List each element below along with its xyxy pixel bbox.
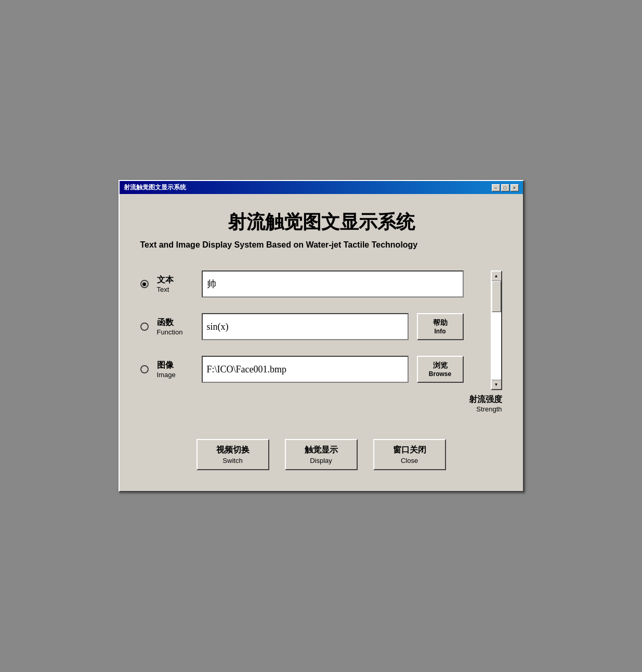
title-bar-buttons: – □ × <box>492 184 519 191</box>
function-label-en: Function <box>157 328 193 336</box>
close-window-button[interactable]: × <box>510 184 519 191</box>
info-button[interactable]: 帮助 Info <box>417 313 464 340</box>
text-row: 文本 Text <box>140 270 464 298</box>
scroll-track <box>492 281 501 380</box>
browse-button[interactable]: 浏览 Browse <box>417 356 464 383</box>
scroll-down-arrow[interactable]: ▼ <box>492 380 501 389</box>
image-input[interactable] <box>202 356 409 383</box>
form-rows: 文本 Text 函数 Function 帮助 Info <box>140 270 464 383</box>
title-bar-text: 射流触觉图文显示系统 <box>124 183 186 192</box>
text-label-cn: 文本 <box>157 275 193 286</box>
bottom-buttons: 视频切换 Switch 触觉显示 Display 窗口关闭 Close <box>140 439 502 470</box>
scrollbar-container: ▲ ▼ 射流强度 Strength <box>469 270 502 413</box>
strength-label-en: Strength <box>469 405 502 413</box>
main-title-chinese: 射流触觉图文显示系统 <box>140 210 502 235</box>
minimize-button[interactable]: – <box>492 184 500 191</box>
image-label-en: Image <box>157 371 193 379</box>
function-label-group: 函数 Function <box>157 317 193 336</box>
image-label-cn: 图像 <box>157 360 193 371</box>
function-input[interactable] <box>202 313 409 340</box>
title-bar: 射流触觉图文显示系统 – □ × <box>120 181 523 194</box>
strength-label-cn: 射流强度 <box>469 394 502 405</box>
main-title-english: Text and Image Display System Based on W… <box>140 240 502 250</box>
close-button[interactable]: 窗口关闭 Close <box>373 439 446 470</box>
text-label-en: Text <box>157 286 193 293</box>
text-radio[interactable] <box>140 280 149 288</box>
strength-label: 射流强度 Strength <box>469 394 502 413</box>
image-row: 图像 Image 浏览 Browse <box>140 356 464 383</box>
image-label-group: 图像 Image <box>157 360 193 379</box>
form-area: 文本 Text 函数 Function 帮助 Info <box>140 270 502 413</box>
maximize-button[interactable]: □ <box>501 184 509 191</box>
switch-button[interactable]: 视频切换 Switch <box>196 439 269 470</box>
display-button[interactable]: 触觉显示 Display <box>285 439 358 470</box>
image-radio[interactable] <box>140 365 149 373</box>
window-content: 射流触觉图文显示系统 Text and Image Display System… <box>120 194 523 491</box>
scroll-thumb[interactable] <box>492 281 501 312</box>
function-row: 函数 Function 帮助 Info <box>140 313 464 340</box>
text-input[interactable] <box>202 270 464 298</box>
text-label-group: 文本 Text <box>157 275 193 293</box>
scroll-up-arrow[interactable]: ▲ <box>492 272 501 281</box>
function-radio[interactable] <box>140 322 149 331</box>
scrollbar[interactable]: ▲ ▼ <box>491 270 502 390</box>
function-label-cn: 函数 <box>157 317 193 328</box>
main-window: 射流触觉图文显示系统 – □ × 射流触觉图文显示系统 Text and Ima… <box>119 180 524 492</box>
